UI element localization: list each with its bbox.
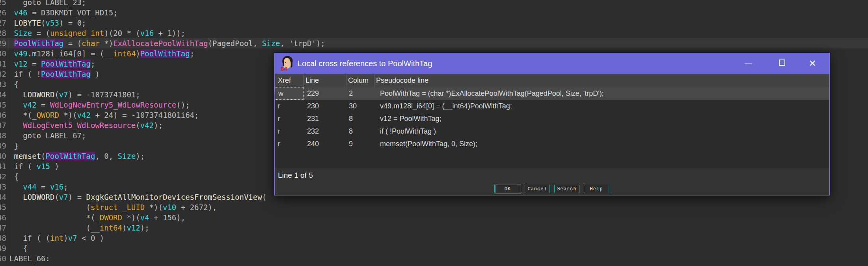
code-text: v42 = WdLogNewEntry5_WdLowResource(); (9, 100, 190, 109)
minimize-icon (745, 63, 752, 64)
code-line[interactable]: 246 *(_DWORD *)(v4 + 156), (0, 212, 868, 223)
code-line[interactable]: 249 { (0, 243, 868, 253)
column-header-xref[interactable]: Xref (275, 74, 304, 87)
dialog-titlebar[interactable]: 64 Local cross references to PoolWithTag… (275, 53, 829, 74)
code-text: (struct _LUID *)(v10 + 2672), (9, 203, 217, 212)
line-number: 237 (0, 120, 6, 130)
cell-column: 30 (346, 100, 374, 112)
code-text: LOBYTE(v53) = 0; (9, 19, 86, 27)
xref-row[interactable]: w2292PoolWithTag = (char *)ExAllocatePoo… (275, 87, 829, 100)
code-text: LODWORD(v7) = DxgkGetAllMonitorDevicesFr… (9, 193, 266, 201)
cell-column: 2 (346, 87, 374, 100)
code-text: *(_QWORD *)(v42 + 24) = -1073741801i64; (9, 111, 199, 119)
line-number: 239 (0, 141, 6, 151)
maximize-button[interactable] (771, 53, 794, 74)
code-line[interactable]: 227 LOBYTE(v53) = 0; (0, 18, 868, 28)
code-text: PoolWithTag = (char *)ExAllocatePoolWith… (9, 39, 325, 48)
cell-column: 8 (346, 112, 374, 125)
code-text: memset(PoolWithTag, 0, Size); (9, 152, 145, 160)
xref-row[interactable]: r2318v12 = PoolWithTag; (275, 112, 829, 125)
line-number: 231 (0, 59, 6, 69)
help-button[interactable]: Help (584, 185, 609, 193)
line-number: 233 (0, 79, 6, 89)
close-button[interactable]: ✕ (803, 53, 827, 74)
dialog-footer: Line 1 of 5 OKCancelSearchHelp (275, 169, 829, 195)
line-number: 240 (0, 151, 6, 161)
code-text: LABEL_66: (9, 254, 50, 263)
code-text: goto LABEL_23; (9, 0, 86, 7)
line-number: 229 (0, 38, 6, 48)
code-text: v12 = PoolWithTag; (9, 60, 95, 68)
line-number: 245 (0, 202, 6, 212)
line-number: 244 (0, 192, 6, 202)
code-text: v49.m128i_i64[0] = (__int64)PoolWithTag; (9, 49, 194, 58)
minimize-button[interactable] (737, 53, 760, 74)
line-number: 235 (0, 100, 6, 110)
line-number: 249 (0, 243, 6, 253)
xref-row[interactable]: r2409memset(PoolWithTag, 0, Size); (275, 138, 829, 150)
code-line[interactable]: 248 if ( (int)v7 < 0 ) (0, 233, 868, 243)
ida-64-badge: 64 (281, 65, 287, 72)
cell-column: 8 (346, 125, 374, 138)
xref-table-header: Xref Line Colum Pseudocode line (275, 74, 829, 87)
cell-column: 9 (346, 138, 374, 150)
code-text: v46 = D3DKMDT_VOT_HD15; (9, 8, 118, 17)
cell-pseudocode: v12 = PoolWithTag; (374, 112, 829, 125)
code-text: { (9, 80, 19, 89)
code-text: v44 = v16; (9, 182, 68, 191)
code-line[interactable]: 245 (struct _LUID *)(v10 + 2672), (0, 202, 868, 212)
xref-row[interactable]: r2328if ( !PoolWithTag ) (275, 125, 829, 138)
code-text: LODWORD(v7) = -1073741801; (9, 90, 140, 99)
cell-pseudocode: memset(PoolWithTag, 0, Size); (374, 138, 829, 150)
code-text: if ( (int)v7 < 0 ) (9, 234, 104, 242)
code-line[interactable]: 250LABEL_66: (0, 253, 868, 264)
column-header-column[interactable]: Colum (346, 74, 374, 87)
code-text: } (9, 141, 19, 150)
code-line[interactable]: 247 (__int64)v12); (0, 223, 868, 233)
line-number: 225 (0, 0, 6, 7)
ok-button[interactable]: OK (495, 185, 520, 193)
line-number: 230 (0, 48, 6, 59)
line-number: 242 (0, 171, 6, 182)
cell-xref-type: r (275, 138, 304, 150)
code-line[interactable]: 226 v46 = D3DKMDT_VOT_HD15; (0, 7, 868, 18)
code-text: *(_DWORD *)(v4 + 156), (9, 213, 185, 222)
code-text: goto LABEL_67; (9, 131, 86, 140)
dialog-buttons: OKCancelSearchHelp (275, 185, 829, 193)
cell-pseudocode: if ( !PoolWithTag ) (374, 125, 829, 138)
line-number: 227 (0, 18, 6, 28)
cell-line: 231 (304, 112, 346, 125)
line-number: 226 (0, 7, 6, 18)
line-number: 250 (0, 253, 6, 264)
column-header-pseudocode[interactable]: Pseudocode line (374, 74, 829, 87)
cell-line: 232 (304, 125, 346, 138)
line-number: 246 (0, 212, 6, 223)
xref-dialog: 64 Local cross references to PoolWithTag… (274, 53, 830, 195)
column-header-line[interactable]: Line (304, 74, 346, 87)
line-number: 241 (0, 161, 6, 171)
maximize-icon (779, 60, 785, 66)
search-button[interactable]: Search (554, 185, 579, 193)
cell-line: 230 (304, 100, 346, 112)
code-line[interactable]: 225 goto LABEL_23; (0, 0, 868, 7)
cell-xref-type: r (275, 125, 304, 138)
code-line[interactable]: 229 PoolWithTag = (char *)ExAllocatePool… (0, 38, 868, 48)
line-number: 228 (0, 28, 6, 38)
cancel-button[interactable]: Cancel (525, 185, 550, 193)
code-text: if ( v15 ) (9, 162, 59, 171)
code-text: if ( !PoolWithTag ) (9, 70, 100, 78)
cell-line: 229 (304, 87, 346, 100)
code-line[interactable]: 228 Size = (unsigned int)(20 * (v16 + 1)… (0, 28, 868, 38)
code-text: (__int64)v12); (9, 223, 149, 232)
code-text: Size = (unsigned int)(20 * (v16 + 1)); (9, 29, 185, 37)
line-number: 236 (0, 110, 6, 120)
cell-pseudocode: v49.m128i_i64[0] = (__int64)PoolWithTag; (374, 100, 829, 112)
line-number: 243 (0, 182, 6, 192)
dialog-title: Local cross references to PoolWithTag (298, 59, 432, 68)
ida-app-icon: 64 (279, 55, 294, 72)
status-line-indicator: Line 1 of 5 (278, 171, 313, 180)
xref-row[interactable]: r23030v49.m128i_i64[0] = (__int64)PoolWi… (275, 100, 829, 112)
line-number: 238 (0, 130, 6, 141)
line-number: 248 (0, 233, 6, 243)
cell-xref-type: w (275, 87, 304, 100)
